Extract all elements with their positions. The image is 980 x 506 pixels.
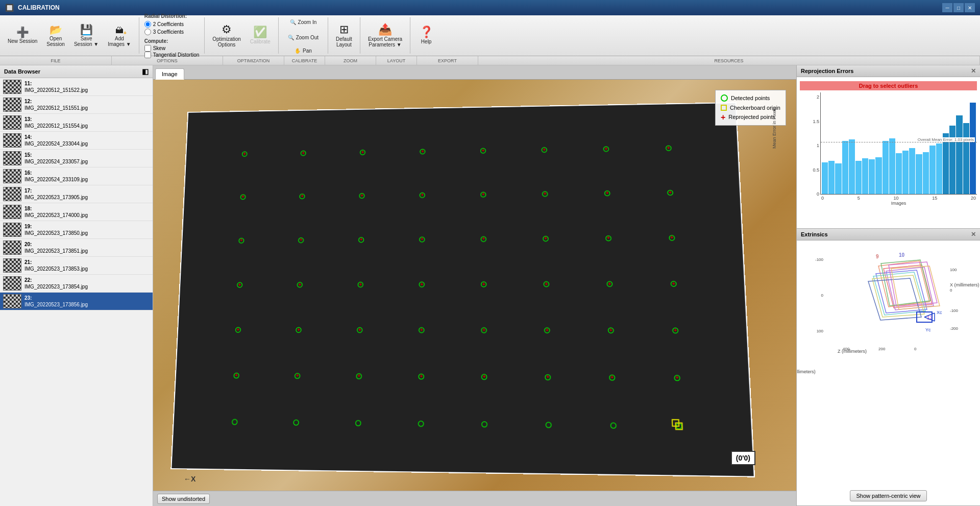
svg-text:9: 9 <box>876 254 879 259</box>
image-tabs: Image <box>153 65 796 80</box>
svg-text:+: + <box>482 281 485 286</box>
save-session-button[interactable]: 💾 SaveSession ▼ <box>70 19 102 52</box>
thumbnail <box>3 98 21 112</box>
sidebar-item[interactable]: 12: IMG_20220512_151551.jpg <box>0 96 153 114</box>
y-tick-1: 1 <box>817 143 819 148</box>
svg-text:+: + <box>360 192 363 198</box>
zoom-in-button[interactable]: 🔍 Zoom In <box>283 15 324 30</box>
radio-2coeff-label: 2 Coefficients <box>153 21 184 27</box>
reprojected-points-icon: + <box>721 113 725 122</box>
new-session-button[interactable]: ➕ New Session <box>4 19 41 52</box>
sidebar-item[interactable]: 15: IMG_20220524_233057.jpg <box>0 150 153 167</box>
layout-icon: ⊞ <box>339 24 349 35</box>
show-pattern-centric-button[interactable]: Show pattern-centric view <box>850 490 927 501</box>
sidebar-collapse-icon[interactable]: ◧ <box>142 67 149 76</box>
maximize-button[interactable]: □ <box>953 3 964 12</box>
svg-text:+: + <box>669 189 672 195</box>
svg-text:+: + <box>675 374 679 380</box>
item-filename: IMG_20220523_174000.jpg <box>24 212 88 219</box>
reprojection-panel-title: Reprojection Errors <box>801 68 853 74</box>
detected-points-icon <box>721 94 728 102</box>
optimization-options-button[interactable]: ⚙ OptimizationOptions <box>209 19 244 52</box>
x-tick-15: 15 <box>932 196 937 201</box>
calibrate-button[interactable]: ✅ Calibrate <box>247 19 274 52</box>
sidebar-item[interactable]: 14: IMG_20220524_233044.jpg <box>0 132 153 150</box>
svg-text:-100: -100 <box>815 257 824 262</box>
svg-text:+: + <box>546 374 550 380</box>
close-button[interactable]: ✕ <box>965 3 975 12</box>
svg-text:+: + <box>543 190 546 196</box>
mean-dashed-line: Overall Mean Error: 1.03 pixels <box>821 142 977 142</box>
radio-3coeff-row: 3 Coefficients <box>144 29 200 35</box>
radial-distortion-label: Radial Distortion: <box>144 13 200 19</box>
skew-checkbox[interactable] <box>144 45 151 52</box>
thumbnail <box>3 115 21 130</box>
svg-text:+: + <box>420 373 423 379</box>
y-tick-2: 2 <box>817 94 819 100</box>
image-tab[interactable]: Image <box>155 68 184 80</box>
save-session-icon: 💾 <box>80 25 93 35</box>
extrinsics-panel-close[interactable]: ✕ <box>971 231 976 238</box>
item-filename: IMG_20220523_173856.jpg <box>24 301 88 308</box>
reprojection-panel-close[interactable]: ✕ <box>971 67 976 75</box>
svg-text:+: + <box>610 374 614 380</box>
chart-bar <box>949 126 955 194</box>
image-canvas[interactable]: +++ +++ ++ +++ +++ ++ +++ +++ ++ +++ +++ <box>153 80 796 506</box>
thumbnail <box>3 133 21 148</box>
svg-text:-200: -200 <box>950 326 959 331</box>
sidebar-item[interactable]: 21: IMG_20220523_173853.jpg <box>0 257 153 275</box>
sidebar-item[interactable]: 16: IMG_20220524_233109.jpg <box>0 167 153 185</box>
drag-select-banner: Drag to select outliers <box>800 81 977 90</box>
export-camera-button[interactable]: 📤 Export CameraParameters ▼ <box>364 19 406 52</box>
svg-text:+: + <box>360 236 363 242</box>
svg-text:+: + <box>543 147 546 152</box>
sidebar-item[interactable]: 17: IMG_20220523_173905.jpg <box>0 185 153 203</box>
svg-text:+: + <box>421 148 424 154</box>
checkerboard-origin-icon <box>721 105 727 111</box>
zoom-out-icon: 🔍 <box>288 35 294 40</box>
minimize-button[interactable]: ─ <box>942 3 952 12</box>
sidebar-item[interactable]: 13: IMG_20220512_151554.jpg <box>0 114 153 132</box>
pan-button[interactable]: ✋ Pan <box>283 46 324 56</box>
sidebar-item[interactable]: 20: IMG_20220523_173851.jpg <box>0 239 153 257</box>
chart-bar <box>929 146 936 194</box>
y-tick-15: 1.5 <box>813 119 819 124</box>
add-images-button[interactable]: 🏔 + AddImages ▼ <box>104 19 134 52</box>
chart-bar <box>835 163 841 194</box>
sidebar-item[interactable]: 19: IMG_20220523_173850.jpg <box>0 221 153 239</box>
svg-text:+: + <box>297 326 300 332</box>
svg-text:+: + <box>358 327 361 332</box>
default-layout-button[interactable]: ⊞ DefaultLayout <box>332 19 356 52</box>
show-undistorted-button[interactable]: Show undistorted <box>157 494 210 504</box>
item-filename: IMG_20220523_173854.jpg <box>24 283 88 290</box>
svg-text:0: 0 <box>914 347 917 351</box>
svg-text:+: + <box>357 373 360 379</box>
sidebar-list[interactable]: 11: IMG_20220512_151522.jpg 12: IMG_2022… <box>0 78 153 506</box>
sidebar-item[interactable]: 23: IMG_20220523_173856.jpg <box>0 293 153 310</box>
svg-text:+: + <box>296 372 299 378</box>
item-number: 21: <box>24 259 88 266</box>
sidebar-item[interactable]: 11: IMG_20220512_151522.jpg <box>0 78 153 96</box>
item-filename: IMG_20220524_233057.jpg <box>24 158 88 165</box>
thumbnail <box>3 169 21 183</box>
thumbnail <box>3 258 21 273</box>
item-info: 23: IMG_20220523_173856.jpg <box>24 295 88 308</box>
zoom-group: 🔍 Zoom In 🔍 Zoom Out ✋ Pan <box>279 17 328 54</box>
chart-bars-area <box>821 92 977 194</box>
radio-2coeff[interactable] <box>144 21 151 28</box>
chart-bar <box>842 141 848 194</box>
svg-text:+: + <box>421 192 424 198</box>
item-number: 13: <box>24 116 88 123</box>
help-button[interactable]: ❓ Help <box>414 19 438 52</box>
radio-3coeff[interactable] <box>144 29 151 35</box>
sidebar-item[interactable]: 22: IMG_20220523_173854.jpg <box>0 275 153 293</box>
extrinsics-panel-header: Extrinsics ✕ <box>797 229 980 240</box>
chart-bar <box>883 141 889 194</box>
y-axis-label: Mean Error in Pixels <box>772 87 777 149</box>
svg-text:+: + <box>420 327 423 332</box>
help-label: Help <box>421 39 432 44</box>
svg-text:100: 100 <box>817 329 824 333</box>
sidebar-item[interactable]: 18: IMG_20220523_174000.jpg <box>0 203 153 221</box>
zoom-out-button[interactable]: 🔍 Zoom Out <box>283 31 324 45</box>
open-session-button[interactable]: 📂 OpenSession <box>43 19 68 52</box>
